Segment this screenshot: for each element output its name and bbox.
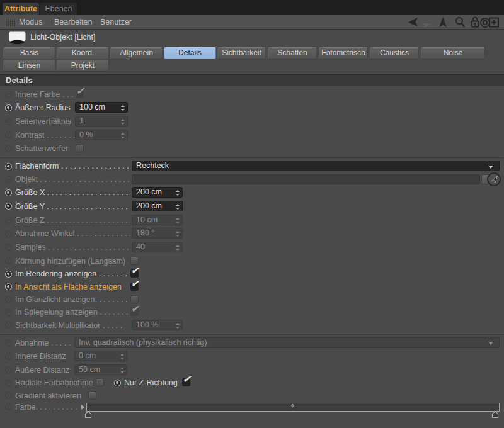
param-label: Schattenwerfer <box>15 142 75 155</box>
anim-dot[interactable] <box>5 176 12 183</box>
check-mark: ✔ <box>76 86 84 97</box>
row-farbe: Farbe. . . . . . . . . . . . <box>0 401 504 424</box>
field-value: 50 cm <box>79 365 100 374</box>
tab-attribute[interactable]: Attribute <box>3 3 39 15</box>
anim-dot[interactable] <box>5 322 12 329</box>
tab-caustics[interactable]: Caustics <box>370 47 419 59</box>
menu-modus[interactable]: Modus <box>19 15 43 29</box>
anim-dot[interactable] <box>5 244 12 251</box>
gradient-knot-right[interactable] <box>491 411 500 419</box>
param-label: Größe X . . . . . . . . . . . . . . . . … <box>15 186 130 199</box>
spinner-arrows-icon <box>176 231 180 237</box>
anim-dot[interactable] <box>5 309 12 316</box>
param-label: Samples . . . . . . . . . . . . . . . . … <box>15 241 130 254</box>
anim-dot[interactable] <box>5 104 12 111</box>
light-object-icon <box>8 30 27 45</box>
drag-handle-icon[interactable] <box>6 19 16 26</box>
anim-dot[interactable] <box>5 380 12 386</box>
object-header: Licht-Objekt [Licht] <box>0 30 504 45</box>
tab-details[interactable]: Details <box>164 47 216 59</box>
spinner-arrows-icon[interactable] <box>176 190 180 196</box>
tab-schatten[interactable]: Schatten <box>268 47 317 59</box>
field-value: 10 cm <box>136 215 158 225</box>
param-label: Im Rendering anzeigen . . . . . . . <box>15 268 129 280</box>
anim-dot[interactable] <box>5 366 12 373</box>
anim-dot[interactable] <box>5 403 12 410</box>
groesse-z-field: 10 cm <box>132 215 183 225</box>
row-groesse-z: Größe Z . . . . . . . . . . . . . . . . … <box>0 214 504 227</box>
gradient-knot-left[interactable] <box>84 411 93 419</box>
anim-dot[interactable] <box>5 91 12 98</box>
row-samples: Samples . . . . . . . . . . . . . . . . … <box>0 241 504 254</box>
anim-dot[interactable] <box>5 230 12 237</box>
anim-dot[interactable] <box>5 271 12 278</box>
tab-ebenen[interactable]: Ebenen <box>40 3 77 15</box>
in-spiegelung-checkbox[interactable]: ✔ <box>130 308 139 316</box>
im-glanzlicht-checkbox[interactable] <box>130 295 139 303</box>
row-innere-farbe: Innere Farbe . . . ✔ <box>0 88 504 101</box>
tab-koord[interactable]: Koord. <box>57 47 109 59</box>
field-value: 1 <box>79 116 84 126</box>
anim-dot[interactable] <box>5 189 12 196</box>
check-mark: ✔ <box>131 303 139 315</box>
tab-allgemein[interactable]: Allgemein <box>110 47 163 59</box>
groesse-y-field[interactable]: 200 cm <box>132 201 183 211</box>
gradient-aktivieren-checkbox[interactable] <box>88 391 96 400</box>
anim-dot[interactable] <box>5 217 12 223</box>
row-innere-distanz: Innere Distanz 0 cm <box>0 350 504 363</box>
objekt-field[interactable] <box>132 174 480 184</box>
tab-projekt[interactable]: Projekt <box>57 60 109 72</box>
aeusserer-radius-field[interactable]: 100 cm <box>75 102 128 113</box>
history-forward-icon[interactable] <box>417 15 433 30</box>
tab-basis[interactable]: Basis <box>3 47 55 59</box>
row-groesse-y: Größe Y . . . . . . . . . . . . . . . . … <box>0 200 504 213</box>
param-label: Flächenform . . . . . . . . . . . . . . … <box>15 160 130 172</box>
menu-benutzer[interactable]: Benutzer <box>100 15 132 29</box>
anim-dot[interactable] <box>5 353 12 360</box>
schattenwerfer-checkbox[interactable] <box>76 144 84 152</box>
radiale-farbabnahme-checkbox[interactable] <box>96 378 104 386</box>
tab-sichtbarkeit[interactable]: Sichtbarkeit <box>217 47 266 59</box>
row-kontrast: Kontrast . . . . . . . 0 % <box>0 129 504 142</box>
field-value: 180 ° <box>136 228 154 238</box>
param-label: Innere Distanz <box>15 350 73 363</box>
abnahme-dropdown: Inv. quadratisch (physikalisch richtig) <box>74 337 500 348</box>
param-label: Körnung hinzufügen (Langsam) <box>15 255 129 268</box>
cursor-arrow-icon[interactable] <box>437 15 449 30</box>
spinner-arrows-icon[interactable] <box>176 204 180 210</box>
tab-noise[interactable]: Noise <box>421 47 485 59</box>
anim-dot[interactable] <box>5 257 12 264</box>
param-label: Kontrast . . . . . . . <box>15 129 75 142</box>
check-mark: ✔ <box>131 278 139 290</box>
row-sichtbarkeit-multiplikator: Sichtbarkeit Multiplikator . . . . . 100… <box>0 319 504 332</box>
field-value: 0 % <box>79 130 93 140</box>
anim-dot[interactable] <box>5 203 12 210</box>
search-icon[interactable] <box>454 15 466 30</box>
dropdown-value: Rechteck <box>136 161 169 171</box>
anim-dot[interactable] <box>5 145 12 152</box>
anim-dot[interactable] <box>5 339 12 346</box>
in-ansicht-checkbox[interactable]: ✔ <box>130 283 139 291</box>
im-rendering-checkbox[interactable]: ✔ <box>130 269 139 278</box>
anim-dot[interactable] <box>5 283 12 290</box>
spinner-arrows-icon <box>176 218 180 223</box>
tab-linsen[interactable]: Linsen <box>3 60 55 72</box>
spinner-arrows-icon[interactable] <box>121 105 125 111</box>
anim-dot[interactable] <box>5 392 12 399</box>
koernung-checkbox[interactable] <box>130 257 139 265</box>
anim-dot[interactable] <box>114 380 121 386</box>
menu-bearbeiten[interactable]: Bearbeiten <box>54 15 92 29</box>
row-radiale-farbabnahme: Radiale Farbabnahme Nur Z-Richtung ✔ <box>0 376 504 389</box>
groesse-x-field[interactable]: 200 cm <box>132 187 183 198</box>
anim-dot[interactable] <box>5 296 12 303</box>
anim-dot[interactable] <box>5 118 12 125</box>
tab-fotometrisch[interactable]: Fotometrisch <box>319 47 368 59</box>
new-panel-icon[interactable] <box>488 15 500 30</box>
object-picker-icon[interactable] <box>486 172 501 187</box>
expand-triangle-icon[interactable] <box>81 405 84 410</box>
anim-dot[interactable] <box>5 132 12 138</box>
anim-dot[interactable] <box>5 163 12 170</box>
nur-z-richtung-checkbox[interactable]: ✔ <box>182 378 190 386</box>
innere-farbe-checkbox[interactable]: ✔ <box>76 90 84 98</box>
flaechenform-dropdown[interactable]: Rechteck <box>132 160 500 171</box>
